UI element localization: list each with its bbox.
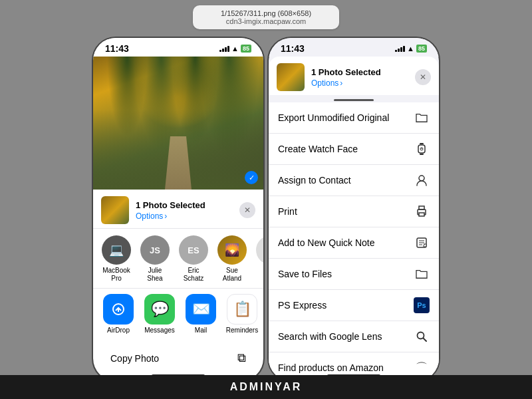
airdrop-label: AirDrop — [107, 327, 130, 334]
right-share-title-area: 1 Photo Selected Options › — [311, 67, 415, 88]
checkmark-badge: ✓ — [245, 171, 258, 184]
ps-icon: Ps — [414, 297, 430, 313]
browser-domain: cdn3-imgix.macpaw.com — [206, 17, 326, 25]
folder-icon — [414, 110, 430, 126]
app-airdrop[interactable]: AirDrop — [101, 294, 136, 334]
macbook-name: MacBookPro — [102, 267, 130, 283]
right-time: 11:43 — [281, 43, 305, 54]
export-label: Export Unmodified Original — [278, 112, 389, 123]
left-share-sheet: 1 Photo Selected Options › ✕ 💻 MacBo — [93, 190, 263, 373]
contact-label: Assign to Contact — [278, 175, 351, 186]
ps-label: PS Express — [278, 300, 327, 311]
contact-eric[interactable]: ES EricSchatz — [178, 235, 209, 283]
action-print[interactable]: Print — [269, 196, 439, 227]
messages-icon: 💬 — [144, 294, 175, 325]
right-share-close[interactable]: ✕ — [415, 69, 431, 85]
copy-photo-label: Copy Photo — [110, 353, 159, 364]
mail-icon: ✉️ — [186, 294, 216, 325]
share-thumbnail — [101, 196, 129, 224]
copy-icon: ⧉ — [237, 351, 246, 365]
apps-row: AirDrop 💬 Messages ✉️ Mail 📋 Reminde — [93, 288, 263, 339]
watchface-label: Create Watch Face — [278, 144, 358, 154]
left-share-title: 1 Photo Selected — [136, 200, 239, 210]
right-battery: 85 — [416, 45, 427, 53]
reminders-label: Reminders — [226, 327, 258, 334]
wifi-icon: ▲ — [231, 45, 239, 53]
phones-container: 11:43 ▲ 85 — [92, 37, 440, 382]
right-status-bar: 11:43 ▲ 85 — [269, 38, 439, 57]
files-icon — [414, 266, 430, 282]
right-status-icons: ▲ 85 — [395, 45, 427, 53]
app-reminders[interactable]: 📋 Reminders — [225, 294, 259, 334]
action-ps[interactable]: PS Express Ps — [269, 290, 439, 321]
right-options-btn[interactable]: Options › — [311, 78, 415, 88]
outer-frame: 1/15267/311.png (608×658) cdn3-imgix.mac… — [0, 0, 532, 399]
svg-line-16 — [424, 338, 427, 342]
right-share-title: 1 Photo Selected — [311, 67, 415, 77]
right-wifi-icon: ▲ — [407, 45, 414, 53]
contact-icon — [414, 172, 430, 188]
svg-point-7 — [419, 176, 424, 181]
sue-avatar: 🌄 — [217, 235, 247, 265]
app-messages[interactable]: 💬 Messages — [142, 294, 177, 334]
bar2 — [222, 49, 224, 52]
action-files[interactable]: Save to Files — [269, 259, 439, 290]
eric-avatar: ES — [179, 235, 208, 265]
files-label: Save to Files — [278, 269, 332, 279]
left-battery: 85 — [241, 45, 251, 53]
print-icon — [414, 203, 430, 219]
right-share-header: 1 Photo Selected Options › ✕ — [269, 57, 439, 95]
left-phone: 11:43 ▲ 85 — [92, 37, 265, 382]
macbook-avatar: 💻 — [102, 235, 131, 265]
left-status-bar: 11:43 ▲ 85 — [93, 38, 263, 57]
bottom-label: ADMINYAR — [0, 375, 532, 399]
brand-name: ADMINYAR — [230, 381, 303, 393]
eric-name: EricSchatz — [184, 267, 204, 283]
lens-icon — [414, 329, 430, 344]
watch-icon — [414, 141, 430, 157]
julie-avatar: JS — [140, 235, 170, 265]
reminders-icon: 📋 — [227, 294, 257, 325]
svg-rect-10 — [419, 213, 424, 216]
left-options-btn[interactable]: Options › — [136, 211, 239, 221]
app-mail[interactable]: ✉️ Mail — [184, 294, 218, 334]
signal-bars — [219, 45, 229, 52]
action-list: Export Unmodified Original Create Watch … — [269, 102, 439, 381]
photo-preview: ✓ — [93, 57, 263, 190]
action-export[interactable]: Export Unmodified Original — [269, 102, 439, 134]
bar4 — [227, 46, 229, 52]
quicknote-label: Add to New Quick Note — [278, 237, 375, 248]
share-title-area: 1 Photo Selected Options › — [136, 200, 239, 221]
right-signal-bars — [395, 45, 405, 52]
left-share-close[interactable]: ✕ — [239, 202, 255, 218]
sue-name: SueAtland — [223, 267, 241, 283]
right-share-thumbnail — [277, 63, 305, 91]
contact-more[interactable]: › — [255, 235, 263, 283]
svg-rect-9 — [419, 206, 424, 209]
action-lens[interactable]: Search with Google Lens — [269, 321, 439, 352]
note-icon — [414, 235, 430, 251]
contact-macbook[interactable]: 💻 MacBookPro — [101, 235, 132, 283]
more-avatar: › — [256, 235, 263, 265]
amazon-icon: ⌒ — [414, 360, 430, 376]
action-watchface[interactable]: Create Watch Face — [269, 134, 439, 165]
left-time: 11:43 — [105, 43, 129, 54]
airdrop-icon — [103, 294, 134, 325]
bar3 — [225, 47, 227, 52]
contact-julie[interactable]: JS JulieShea — [140, 235, 170, 283]
left-share-header: 1 Photo Selected Options › ✕ — [93, 190, 263, 228]
browser-bar: 1/15267/311.png (608×658) cdn3-imgix.mac… — [193, 5, 339, 29]
separator — [334, 99, 374, 101]
right-phone: 11:43 ▲ 85 — [267, 37, 440, 382]
contact-sue[interactable]: 🌄 SueAtland — [217, 235, 247, 283]
julie-name: JulieShea — [147, 267, 162, 283]
print-label: Print — [278, 206, 297, 217]
bar1 — [219, 50, 221, 52]
contacts-row: 💻 MacBookPro JS JulieShea ES EricSchatz — [93, 228, 263, 288]
copy-photo-btn[interactable]: Copy Photo ⧉ — [101, 343, 255, 373]
amazon-label: Find products on Amazon — [278, 362, 384, 373]
action-quicknote[interactable]: Add to New Quick Note — [269, 227, 439, 259]
action-contact[interactable]: Assign to Contact — [269, 165, 439, 196]
mail-label: Mail — [195, 327, 207, 334]
right-phone-screen: 11:43 ▲ 85 — [269, 38, 439, 381]
